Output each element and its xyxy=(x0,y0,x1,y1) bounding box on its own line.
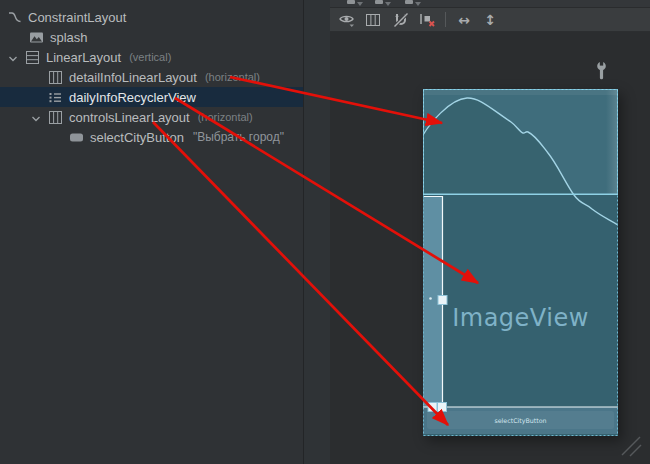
linear-layout-vertical-icon xyxy=(25,50,40,65)
tree-item-label: ConstraintLayout xyxy=(28,10,126,25)
magnet-disabled-icon xyxy=(392,11,410,29)
columns-icon xyxy=(365,12,381,28)
layout-editor-window: ConstraintLayout splash LinearLayout (ve… xyxy=(0,0,650,464)
tree-item-label: splash xyxy=(50,30,88,45)
chevron-down-icon[interactable] xyxy=(7,51,19,63)
device-selector-icon[interactable] xyxy=(347,0,355,4)
resize-grip-icon[interactable] xyxy=(620,435,644,459)
region-right-sheen xyxy=(606,90,617,194)
component-tree-panel: ConstraintLayout splash LinearLayout (ve… xyxy=(0,0,303,464)
constraint-layout-icon xyxy=(7,10,22,25)
design-surface[interactable]: ↔ ↕ xyxy=(330,0,650,464)
orientation-selector-icon[interactable] xyxy=(375,0,383,4)
tree-item-controlslinearlayout[interactable]: controlsLinearLayout (horizontal) xyxy=(0,107,303,127)
linear-layout-horizontal-icon xyxy=(48,110,63,125)
clipped-toolbar-strip xyxy=(330,0,650,8)
theme-selector-icon[interactable] xyxy=(405,0,413,4)
image-icon xyxy=(29,30,44,45)
design-toolbar: ↔ ↕ xyxy=(330,8,650,32)
chevron-down-icon[interactable] xyxy=(30,111,42,123)
linear-layout-horizontal-icon xyxy=(48,70,63,85)
selection-handle-middle[interactable] xyxy=(438,296,447,305)
expand-vertical-button[interactable]: ↕ xyxy=(477,10,503,30)
expand-horizontal-button[interactable]: ↔ xyxy=(451,10,477,30)
tree-item-annotation: (vertical) xyxy=(129,51,171,63)
tree-item-selectcitybutton[interactable]: selectCityButton "Выбрать город" xyxy=(0,127,303,147)
tree-item-linearlayout[interactable]: LinearLayout (vertical) xyxy=(0,47,303,67)
clear-constraints-button[interactable] xyxy=(414,10,440,30)
clear-constraints-icon xyxy=(418,11,437,28)
button-icon xyxy=(69,130,84,145)
toolbar-separator xyxy=(445,12,446,27)
chevron-down-icon xyxy=(415,2,421,6)
autoconnect-toggle-button[interactable] xyxy=(388,10,414,30)
imageview-label: ImageView xyxy=(452,304,589,332)
tree-item-label: controlsLinearLayout xyxy=(69,110,190,125)
eye-icon xyxy=(338,11,356,29)
tree-item-constraintlayout[interactable]: ConstraintLayout xyxy=(0,7,303,27)
tree-item-text-value: "Выбрать город" xyxy=(193,130,284,144)
tree-item-dailyinforecyclerview[interactable]: dailyInfoRecyclerView xyxy=(0,87,303,107)
tree-item-label: LinearLayout xyxy=(46,50,121,65)
selection-handle-bottom[interactable] xyxy=(438,403,447,412)
tree-item-label: dailyInfoRecyclerView xyxy=(69,90,196,105)
region-top-sheen xyxy=(424,90,617,95)
recycler-view-list-icon xyxy=(48,90,63,105)
tree-item-annotation: (horizontal) xyxy=(205,71,260,83)
tree-item-annotation: (horizontal) xyxy=(198,111,253,123)
chevron-down-icon xyxy=(385,2,391,6)
layout-preview-canvas[interactable]: selectCityButton ImageView xyxy=(423,89,618,436)
blueprint-mode-button[interactable] xyxy=(360,10,386,30)
view-options-button[interactable] xyxy=(334,10,360,30)
horizontal-arrows-icon: ↔ xyxy=(458,12,470,28)
tree-item-label: detailInfoLinearLayout xyxy=(69,70,197,85)
vertical-arrows-icon: ↕ xyxy=(484,12,496,28)
tree-item-detailinfolinearlayout[interactable]: detailInfoLinearLayout (horizontal) xyxy=(0,67,303,87)
select-city-button-label: selectCityButton xyxy=(494,417,546,425)
selection-handle-bottom-left[interactable] xyxy=(428,403,437,412)
chevron-down-icon xyxy=(357,2,363,6)
selection-dot xyxy=(429,297,432,300)
tree-item-label: selectCityButton xyxy=(90,130,184,145)
wrench-icon[interactable] xyxy=(596,61,608,81)
tree-item-splash[interactable]: splash xyxy=(0,27,303,47)
panel-gutter xyxy=(304,0,330,464)
